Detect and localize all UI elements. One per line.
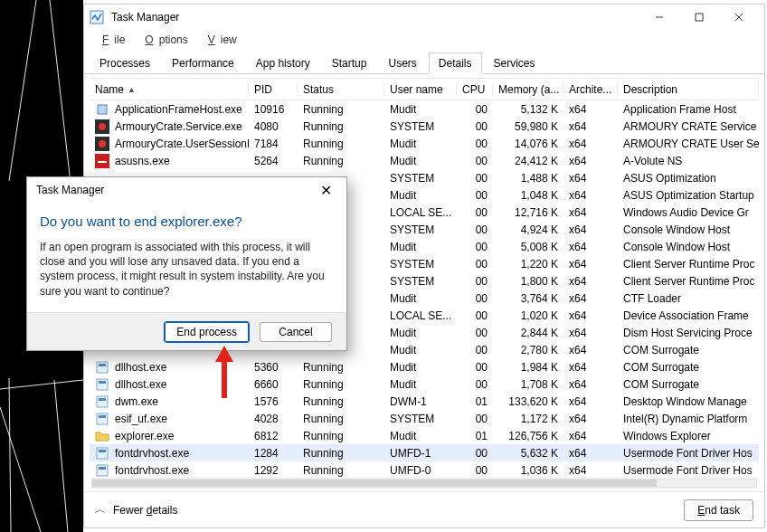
- svg-rect-23: [97, 413, 108, 424]
- column-header-status[interactable]: Status: [298, 83, 384, 96]
- titlebar[interactable]: Task Manager: [84, 5, 764, 30]
- tab-services[interactable]: Services: [484, 52, 545, 73]
- horizontal-scrollbar[interactable]: [91, 477, 757, 489]
- dialog-message: If an open program is associated with th…: [40, 240, 334, 299]
- scrollbar-thumb[interactable]: [92, 480, 657, 487]
- dialog-close-icon[interactable]: ✕: [315, 182, 337, 199]
- menu-options[interactable]: Options: [134, 32, 193, 48]
- process-icon: [95, 154, 109, 168]
- column-header-name[interactable]: Name▲: [90, 83, 249, 96]
- svg-rect-21: [97, 396, 108, 407]
- column-header-archite-[interactable]: Archite...: [563, 83, 618, 96]
- process-icon: [95, 360, 109, 375]
- dialog-title: Task Manager: [36, 184, 104, 196]
- process-icon: [95, 137, 109, 151]
- maximize-button[interactable]: [679, 5, 719, 30]
- menu-file[interactable]: File: [91, 32, 130, 48]
- table-row[interactable]: fontdrvhost.exe1292RunningUMFD-0001,036 …: [90, 461, 759, 477]
- svg-point-13: [99, 123, 106, 130]
- footer-bar: ︿ Fewer details End task: [84, 491, 764, 527]
- table-row[interactable]: esif_uf.exe4028RunningSYSTEM001,172 Kx64…: [90, 410, 759, 427]
- svg-line-2: [0, 380, 83, 389]
- svg-line-0: [9, 0, 36, 181]
- confirm-dialog: Task Manager ✕ Do you want to end explor…: [26, 176, 347, 351]
- process-icon: [95, 463, 109, 478]
- svg-rect-26: [99, 450, 106, 452]
- svg-line-1: [50, 0, 72, 199]
- tab-startup[interactable]: Startup: [322, 52, 377, 73]
- process-icon: [95, 429, 109, 443]
- tab-details[interactable]: Details: [429, 52, 482, 74]
- process-icon: [95, 377, 109, 392]
- table-row[interactable]: explorer.exe6812RunningMudit01126,756 Kx…: [90, 427, 759, 444]
- process-icon: [95, 412, 109, 426]
- column-header-pid[interactable]: PID: [249, 83, 298, 96]
- fewer-details-link[interactable]: Fewer details: [113, 504, 177, 517]
- svg-rect-18: [99, 364, 106, 366]
- menu-view[interactable]: View: [197, 32, 242, 48]
- process-icon: [95, 446, 109, 461]
- tab-performance[interactable]: Performance: [162, 52, 244, 73]
- end-task-button[interactable]: End task: [684, 499, 753, 521]
- svg-rect-25: [97, 448, 108, 459]
- svg-rect-22: [99, 398, 106, 401]
- table-row[interactable]: ApplicationFrameHost.exe10916RunningMudi…: [90, 100, 759, 118]
- window-title: Task Manager: [111, 11, 179, 24]
- svg-line-4: [54, 380, 68, 532]
- column-header-memory-a-[interactable]: Memory (a...: [493, 83, 563, 96]
- svg-rect-20: [99, 381, 106, 384]
- chevron-up-icon[interactable]: ︿: [95, 502, 106, 518]
- dialog-question: Do you want to end explorer.exe?: [40, 214, 334, 229]
- svg-rect-24: [99, 415, 106, 418]
- svg-rect-28: [99, 467, 106, 470]
- minimize-button[interactable]: [639, 5, 679, 30]
- svg-rect-27: [97, 465, 108, 476]
- table-row[interactable]: fontdrvhost.exe1284RunningUMFD-1005,632 …: [90, 444, 759, 461]
- table-row[interactable]: dllhost.exe5360RunningMudit001,984 Kx64C…: [90, 358, 759, 375]
- svg-line-5: [0, 407, 41, 532]
- svg-point-15: [99, 140, 106, 147]
- svg-rect-17: [97, 362, 108, 373]
- task-manager-icon: [90, 10, 104, 24]
- menubar: FileOptionsView: [84, 30, 764, 50]
- column-headers: Name▲PIDStatusUser nameCPUMemory (a...Ar…: [90, 79, 759, 100]
- sort-asc-icon: ▲: [128, 85, 136, 94]
- table-row[interactable]: dwm.exe1576RunningDWM-101133,620 Kx64Des…: [90, 393, 759, 410]
- process-icon: [95, 119, 109, 134]
- tab-users[interactable]: Users: [378, 52, 426, 73]
- column-header-description[interactable]: Description: [618, 83, 759, 96]
- tabs-bar: ProcessesPerformanceApp historyStartupUs…: [84, 50, 764, 74]
- svg-rect-8: [696, 14, 703, 21]
- end-process-button[interactable]: End process: [165, 322, 249, 342]
- process-icon: [95, 102, 109, 117]
- tab-processes[interactable]: Processes: [90, 52, 160, 73]
- column-header-cpu[interactable]: CPU: [457, 83, 493, 96]
- svg-rect-19: [97, 379, 108, 390]
- tab-app-history[interactable]: App history: [246, 52, 320, 73]
- table-row[interactable]: ArmouryCrate.UserSessionH...7184RunningM…: [90, 135, 759, 152]
- table-row[interactable]: dllhost.exe6660RunningMudit001,708 Kx64C…: [90, 375, 759, 393]
- svg-line-3: [9, 378, 11, 532]
- svg-rect-11: [98, 105, 107, 114]
- table-row[interactable]: asusns.exe5264RunningMudit0024,412 Kx64A…: [90, 152, 759, 169]
- cancel-button[interactable]: Cancel: [260, 322, 332, 342]
- table-row[interactable]: ArmouryCrate.Service.exe4080RunningSYSTE…: [90, 118, 759, 135]
- process-icon: [95, 394, 109, 409]
- close-button[interactable]: [719, 5, 759, 30]
- column-header-user-name[interactable]: User name: [384, 83, 457, 96]
